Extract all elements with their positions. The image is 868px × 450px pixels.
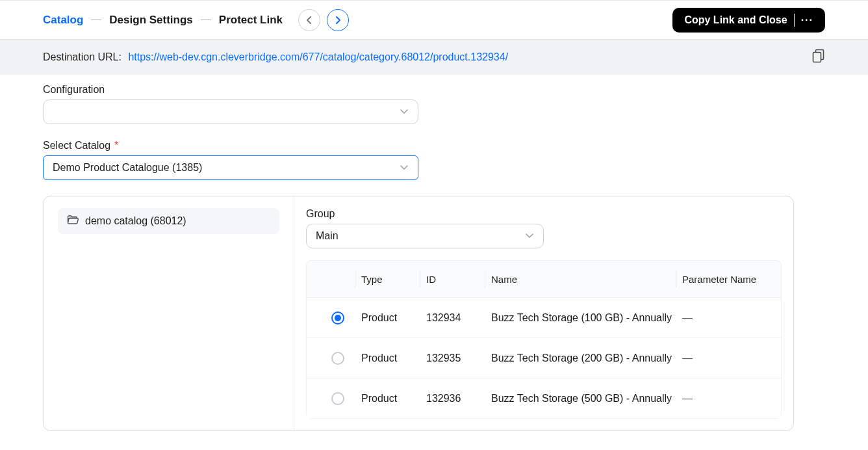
- cell-name: Buzz Tech Storage (200 GB) - Annually: [485, 352, 676, 364]
- cell-id: 132935: [420, 352, 485, 364]
- configuration-label: Configuration: [43, 84, 825, 96]
- cell-parameter-name: —: [676, 352, 773, 364]
- table-row[interactable]: Product132935Buzz Tech Storage (200 GB) …: [307, 338, 781, 378]
- chevron-right-icon: [335, 16, 341, 25]
- button-divider: [794, 14, 795, 27]
- products-table: Type ID Name Parameter Name Product13293…: [306, 260, 782, 419]
- catalog-tree: demo catalog (68012): [44, 196, 294, 430]
- copy-icon: [812, 49, 825, 63]
- radio-dot-icon: [335, 315, 341, 321]
- col-type: Type: [355, 274, 420, 285]
- more-options-icon[interactable]: ···: [801, 14, 813, 26]
- breadcrumb-separator: [201, 20, 211, 20]
- col-id: ID: [420, 274, 485, 285]
- cell-id: 132934: [420, 312, 485, 324]
- copy-link-and-close-button[interactable]: Copy Link and Close ···: [672, 8, 825, 33]
- cell-parameter-name: —: [676, 312, 773, 324]
- group-label: Group: [306, 208, 782, 220]
- row-radio[interactable]: [331, 392, 344, 405]
- table-row[interactable]: Product132936Buzz Tech Storage (500 GB) …: [307, 378, 781, 418]
- select-catalog-value: Demo Product Catalogue (1385): [53, 162, 202, 174]
- chevron-down-icon: [400, 162, 409, 174]
- breadcrumb: Catalog Design Settings Protect Link: [43, 9, 349, 31]
- col-name: Name: [485, 274, 676, 285]
- breadcrumb-nav-arrows: [298, 9, 349, 31]
- required-indicator-icon: *: [114, 140, 118, 152]
- cell-id: 132936: [420, 393, 485, 404]
- catalog-panel: demo catalog (68012) Group Main Type ID …: [43, 196, 794, 431]
- svg-rect-1: [813, 53, 821, 62]
- cell-parameter-name: —: [676, 393, 773, 404]
- chevron-left-icon: [306, 16, 313, 25]
- table-row[interactable]: Product132934Buzz Tech Storage (100 GB) …: [307, 297, 781, 338]
- copy-link-and-close-label: Copy Link and Close: [684, 14, 787, 26]
- breadcrumb-catalog[interactable]: Catalog: [43, 14, 83, 27]
- cell-type: Product: [355, 312, 420, 324]
- configuration-select[interactable]: [43, 99, 418, 124]
- cell-type: Product: [355, 352, 420, 364]
- destination-url-label: Destination URL:: [43, 51, 121, 62]
- tree-item-demo-catalog[interactable]: demo catalog (68012): [58, 208, 279, 234]
- cell-name: Buzz Tech Storage (500 GB) - Annually: [485, 393, 676, 404]
- col-param: Parameter Name: [676, 274, 773, 285]
- select-catalog-label-text: Select Catalog: [43, 140, 110, 152]
- select-catalog-select[interactable]: Demo Product Catalogue (1385): [43, 155, 418, 180]
- catalog-detail: Group Main Type ID Name Parameter Name P…: [294, 196, 793, 430]
- breadcrumb-separator: [91, 20, 101, 20]
- group-value: Main: [316, 230, 338, 242]
- tree-item-label: demo catalog (68012): [85, 215, 186, 227]
- group-select[interactable]: Main: [306, 224, 544, 248]
- copy-url-button[interactable]: [812, 49, 825, 66]
- destination-url-link[interactable]: https://web-dev.cgn.cleverbridge.com/677…: [128, 51, 508, 62]
- table-header: Type ID Name Parameter Name: [307, 261, 781, 297]
- chevron-down-icon: [400, 106, 409, 118]
- breadcrumb-design-settings[interactable]: Design Settings: [109, 14, 192, 27]
- next-step-button[interactable]: [327, 9, 349, 31]
- row-radio[interactable]: [331, 311, 344, 324]
- row-radio[interactable]: [331, 352, 344, 365]
- chevron-down-icon: [525, 230, 534, 242]
- cell-type: Product: [355, 393, 420, 404]
- destination-url-bar: Destination URL: https://web-dev.cgn.cle…: [0, 40, 868, 75]
- folder-open-icon: [67, 215, 79, 228]
- select-catalog-label: Select Catalog *: [43, 140, 825, 152]
- cell-name: Buzz Tech Storage (100 GB) - Annually: [485, 312, 676, 324]
- page-header: Catalog Design Settings Protect Link Cop…: [0, 1, 868, 40]
- prev-step-button[interactable]: [298, 9, 320, 31]
- breadcrumb-protect-link[interactable]: Protect Link: [219, 14, 283, 27]
